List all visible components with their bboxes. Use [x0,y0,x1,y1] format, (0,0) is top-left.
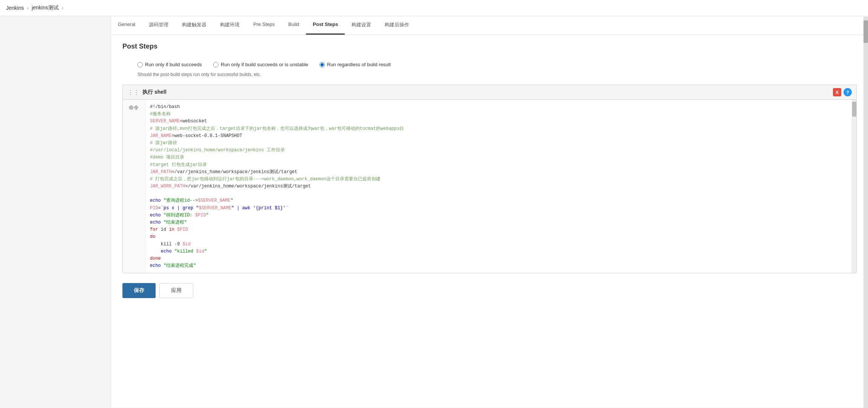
tab-build-settings[interactable]: 构建设置 [345,16,378,35]
radio-always[interactable]: Run regardless of build result [319,62,391,67]
build-condition-group: Run only if build succeeds Run only if b… [138,62,857,67]
shell-header: ⋮⋮ 执行 shell X ? [123,85,856,100]
help-button[interactable]: ? [844,88,852,96]
page-scrollbar[interactable] [863,17,868,408]
tab-triggers[interactable]: 构建触发器 [175,16,213,35]
breadcrumb-sep-1: › [27,5,29,11]
shell-header-right: X ? [833,88,852,96]
radio-success-input[interactable] [138,62,143,67]
drag-handle-icon[interactable]: ⋮⋮ [127,89,139,96]
shell-title: 执行 shell [142,89,167,96]
radio-always-label: Run regardless of build result [327,62,391,67]
page-title: Post Steps [122,43,857,50]
radio-always-input[interactable] [319,62,325,67]
page-scroll-thumb [863,20,868,43]
save-button[interactable]: 保存 [122,283,156,298]
tab-post-steps[interactable]: Post Steps [306,16,345,35]
shell-label: 命令 [123,100,145,273]
tab-general[interactable]: General [111,16,142,35]
tab-source[interactable]: 源码管理 [142,16,175,35]
apply-button[interactable]: 应用 [159,283,193,298]
sidebar [0,16,111,408]
tab-post-build[interactable]: 构建后操作 [378,16,416,35]
shell-code-display[interactable]: #!/bin/bash #服务名称 SERVER_NAME=websocket … [145,100,852,273]
shell-block: ⋮⋮ 执行 shell X ? 命令 #!/bin/bash #服务名称 SER… [122,85,857,273]
radio-unstable-label: Run only if build succeeds or is unstabl… [221,62,308,67]
tab-pre-steps[interactable]: Pre Steps [246,16,281,35]
footer-bar: 保存 应用 [122,277,857,302]
breadcrumb-jenkins[interactable]: Jenkins [6,5,24,11]
breadcrumb-sep-2: › [62,5,64,11]
shell-body: 命令 #!/bin/bash #服务名称 SERVER_NAME=websock… [123,100,856,273]
hint-text: Should the post-build steps run only for… [138,72,857,77]
shell-header-left: ⋮⋮ 执行 shell [127,89,167,96]
main-content: General 源码管理 构建触发器 构建环境 Pre Steps Build … [111,16,868,408]
radio-success[interactable]: Run only if build succeeds [138,62,202,67]
radio-unstable-input[interactable] [213,62,219,67]
scroll-thumb [852,102,856,117]
tab-env[interactable]: 构建环境 [213,16,246,35]
tab-bar: General 源码管理 构建触发器 构建环境 Pre Steps Build … [111,16,868,35]
page-content: Post Steps Run only if build succeeds Ru… [111,35,868,309]
radio-success-label: Run only if build succeeds [145,62,202,67]
shell-scrollbar[interactable] [852,100,856,273]
tab-build[interactable]: Build [281,16,306,35]
breadcrumb: Jenkins › jenkins测试 › [0,0,868,16]
breadcrumb-project[interactable]: jenkins测试 [32,5,59,11]
close-button[interactable]: X [833,88,841,96]
radio-unstable[interactable]: Run only if build succeeds or is unstabl… [213,62,308,67]
